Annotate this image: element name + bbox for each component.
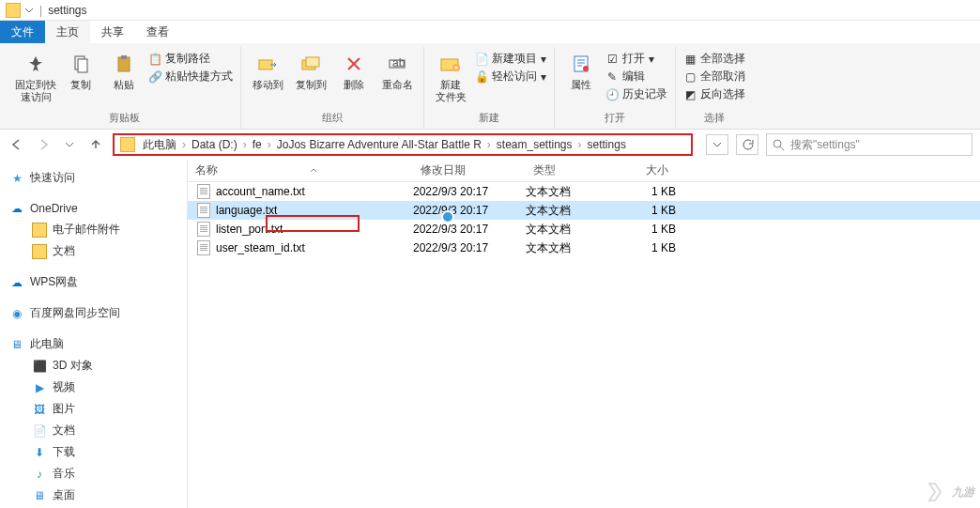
file-size: 1 KB xyxy=(620,185,676,198)
file-size: 1 KB xyxy=(620,204,676,217)
bc-segment[interactable]: steam_settings xyxy=(497,138,573,151)
paste-button[interactable]: 粘贴 xyxy=(105,47,143,91)
desktop-icon: 🖥 xyxy=(32,488,47,503)
properties-button[interactable]: 属性 xyxy=(562,47,600,91)
history-button[interactable]: 🕘历史记录 xyxy=(605,86,667,102)
file-type: 文本文档 xyxy=(526,222,620,238)
file-row[interactable]: user_steam_id.txt2022/9/3 20:17文本文档1 KB xyxy=(188,239,980,257)
ribbon-group-select: ▦全部选择 ▢全部取消 ◩反向选择 选择 xyxy=(676,47,753,129)
file-type: 文本文档 xyxy=(526,240,620,256)
svg-rect-6 xyxy=(306,57,319,67)
pin-button[interactable]: 固定到快 速访问 xyxy=(15,47,56,103)
open-button[interactable]: ☑打开▾ xyxy=(605,51,667,67)
paste-icon xyxy=(111,51,137,77)
sidebar: ★快速访问 ☁OneDrive 电子邮件附件 文档 ☁WPS网盘 ◉百度网盘同步… xyxy=(0,160,188,508)
sidebar-item[interactable]: 🖼图片 xyxy=(0,398,187,420)
pc-icon: 🖥 xyxy=(9,337,24,352)
svg-rect-3 xyxy=(121,55,127,59)
back-button[interactable] xyxy=(8,135,26,154)
move-to-button[interactable]: 移动到 xyxy=(249,47,286,91)
text-file-icon xyxy=(197,184,210,199)
file-row[interactable]: language.txt2022/9/3 20:17文本文档1 KB xyxy=(188,201,980,220)
copy-to-icon xyxy=(298,51,324,77)
select-all-button[interactable]: ▦全部选择 xyxy=(683,51,745,67)
tab-view[interactable]: 查看 xyxy=(135,21,180,43)
cloud-icon: ☁ xyxy=(9,201,24,216)
sidebar-item[interactable]: ▶视频 xyxy=(0,377,187,398)
open-icon: ☑ xyxy=(605,53,619,66)
forward-button[interactable] xyxy=(34,135,53,154)
sidebar-item[interactable]: 📄文档 xyxy=(0,420,187,441)
folder-icon xyxy=(120,137,135,152)
copy-to-button[interactable]: 复制到 xyxy=(292,47,329,91)
sidebar-this-pc[interactable]: 🖥此电脑 xyxy=(0,333,187,355)
folder-icon xyxy=(6,3,21,18)
file-date: 2022/9/3 20:17 xyxy=(413,223,526,236)
text-file-icon xyxy=(197,240,210,255)
breadcrumb-dropdown[interactable] xyxy=(706,134,728,155)
select-all-icon: ▦ xyxy=(683,53,697,66)
sidebar-item[interactable]: ♪音乐 xyxy=(0,463,187,485)
3d-icon: ⬛ xyxy=(32,359,47,374)
file-size: 1 KB xyxy=(620,223,676,236)
sidebar-item[interactable]: 文档 xyxy=(0,240,187,262)
sidebar-wps[interactable]: ☁WPS网盘 xyxy=(0,271,187,293)
ribbon-group-new: 新建 文件夹 📄新建项目▾ 🔓轻松访问▾ 新建 xyxy=(424,47,555,129)
easy-access-icon: 🔓 xyxy=(475,70,488,84)
new-item-button[interactable]: 📄新建项目▾ xyxy=(475,51,546,67)
column-header[interactable]: 名称 修改日期 类型 大小 xyxy=(188,160,980,182)
tab-share[interactable]: 共享 xyxy=(90,21,135,43)
copy-icon xyxy=(68,51,94,77)
tab-file[interactable]: 文件 xyxy=(0,21,45,43)
breadcrumb[interactable]: 此电脑› Data (D:)› fe› JoJos Bizarre Advent… xyxy=(113,133,693,156)
sidebar-baidu[interactable]: ◉百度网盘同步空间 xyxy=(0,302,187,324)
bc-segment[interactable]: Data (D:) xyxy=(191,138,237,151)
window-title: settings xyxy=(48,4,86,17)
search-input[interactable]: 搜索"settings" xyxy=(766,133,972,156)
recent-dropdown[interactable] xyxy=(60,135,79,154)
qat-down-icon[interactable] xyxy=(24,6,34,15)
svg-point-13 xyxy=(773,140,781,147)
file-size: 1 KB xyxy=(620,241,676,254)
edit-button[interactable]: ✎编辑 xyxy=(605,69,667,85)
group-new-label: 新建 xyxy=(479,109,499,129)
group-select-label: 选择 xyxy=(704,109,725,129)
sidebar-item[interactable]: ⬇下载 xyxy=(0,441,187,463)
sidebar-quick-access[interactable]: ★快速访问 xyxy=(0,167,187,189)
refresh-button[interactable] xyxy=(736,134,758,155)
sidebar-item[interactable]: ⬛3D 对象 xyxy=(0,355,187,377)
bc-segment[interactable]: fe xyxy=(253,138,262,151)
up-button[interactable] xyxy=(86,135,105,154)
easy-access-button[interactable]: 🔓轻松访问▾ xyxy=(475,69,546,85)
video-icon: ▶ xyxy=(32,380,47,395)
bc-segment[interactable]: JoJos Bizarre Adventure All-Star Battle … xyxy=(277,138,482,151)
tab-home[interactable]: 主页 xyxy=(45,21,90,43)
history-icon: 🕘 xyxy=(605,88,619,101)
delete-button[interactable]: 删除 xyxy=(335,47,373,91)
group-open-label: 打开 xyxy=(605,109,625,129)
new-folder-button[interactable]: 新建 文件夹 xyxy=(432,47,469,103)
file-date: 2022/9/3 20:17 xyxy=(413,185,526,198)
copy-button[interactable]: 复制 xyxy=(62,47,100,91)
file-row[interactable]: listen_port.txt2022/9/3 20:17文本文档1 KB xyxy=(188,220,980,239)
delete-icon xyxy=(341,51,367,77)
copy-path-button[interactable]: 📋复制路径 xyxy=(148,51,233,67)
bc-segment[interactable]: settings xyxy=(588,138,626,151)
sidebar-onedrive[interactable]: ☁OneDrive xyxy=(0,198,187,219)
svg-rect-4 xyxy=(259,60,272,69)
content: ★快速访问 ☁OneDrive 电子邮件附件 文档 ☁WPS网盘 ◉百度网盘同步… xyxy=(0,160,980,508)
paste-shortcut-button[interactable]: 🔗粘贴快捷方式 xyxy=(148,69,233,85)
ribbon: 固定到快 速访问 复制 粘贴 📋复制路径 🔗粘贴快捷方式 剪贴板 移动到 复制到… xyxy=(0,43,980,130)
music-icon: ♪ xyxy=(32,467,47,482)
folder-icon xyxy=(32,244,47,259)
file-row[interactable]: account_name.txt2022/9/3 20:17文本文档1 KB xyxy=(188,182,980,201)
select-none-icon: ▢ xyxy=(683,70,697,84)
bc-segment[interactable]: 此电脑 xyxy=(143,137,176,153)
menu-bar: 文件 主页 共享 查看 xyxy=(0,21,980,43)
select-none-button[interactable]: ▢全部取消 xyxy=(683,69,745,85)
sidebar-item[interactable]: 电子邮件附件 xyxy=(0,219,187,240)
invert-selection-button[interactable]: ◩反向选择 xyxy=(683,86,745,102)
file-type: 文本文档 xyxy=(526,203,620,219)
sidebar-item[interactable]: 🖥桌面 xyxy=(0,485,187,506)
rename-button[interactable]: ab重命名 xyxy=(378,47,416,91)
